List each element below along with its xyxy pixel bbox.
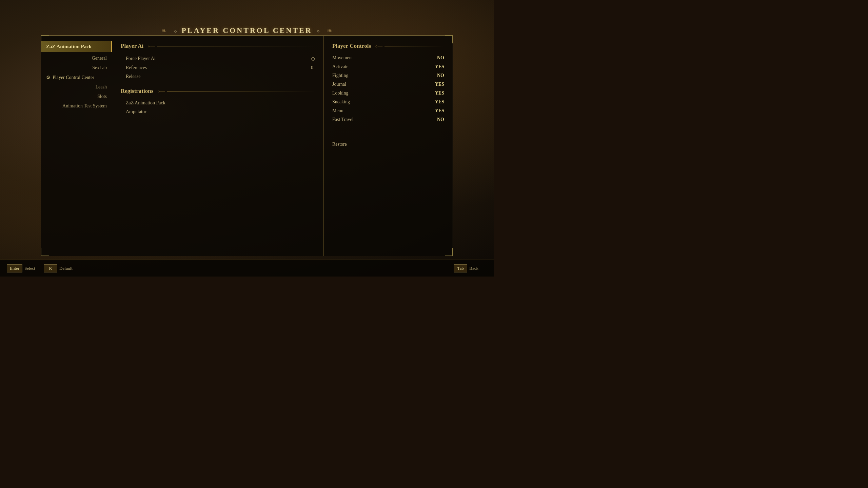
title-bar: ❧ ⬦ PLAYER CONTROL CENTER ⬦ ❧: [41, 20, 453, 41]
restore-item[interactable]: Restore: [332, 138, 444, 149]
sneaking-row[interactable]: Sneaking YES: [332, 98, 444, 106]
section-separator-2: [332, 124, 444, 131]
r-hint: R Default: [44, 264, 73, 272]
player-ai-line: [157, 46, 315, 46]
sidebar-active-item[interactable]: ZaZ Animation Pack: [41, 41, 112, 52]
fast-travel-value: NO: [437, 117, 444, 122]
force-player-ai-item[interactable]: Force Player Ai ◇: [121, 54, 315, 63]
registrations-line: [167, 91, 315, 92]
corner-tl: [41, 35, 49, 43]
menu-row[interactable]: Menu YES: [332, 106, 444, 115]
fighting-row[interactable]: Fighting NO: [332, 71, 444, 80]
references-value: 0: [311, 65, 313, 70]
tab-key: Tab: [454, 264, 467, 272]
sidebar: ZaZ Animation Pack General SexLab ⚙ Play…: [41, 36, 112, 256]
select-label: Select: [24, 266, 35, 271]
zaz-label: ZaZ Animation Pack: [126, 100, 165, 106]
sidebar-item-pcc[interactable]: ⚙ Player Control Center: [41, 73, 112, 82]
dialog-container: ❧ ⬦ PLAYER CONTROL CENTER ⬦ ❧ ZaZ Animat…: [41, 20, 453, 256]
title-ornament-right: ⬦: [316, 27, 320, 34]
enter-hint: Enter Select: [7, 264, 35, 272]
fast-travel-row[interactable]: Fast Travel NO: [332, 115, 444, 124]
r-key: R: [44, 264, 57, 272]
journal-value: YES: [435, 82, 444, 87]
looking-label: Looking: [332, 90, 348, 96]
diamond-icon: ◇: [311, 55, 315, 62]
player-controls-line: [384, 46, 444, 46]
player-controls-title: Player Controls: [332, 43, 371, 49]
gear-icon: ⚙: [46, 75, 51, 80]
player-ai-title: Player Ai: [121, 43, 143, 49]
section-separator-1: [121, 81, 315, 88]
journal-row[interactable]: Journal YES: [332, 80, 444, 89]
sidebar-item-sexlab[interactable]: SexLab: [41, 63, 112, 73]
back-label: Back: [469, 266, 478, 271]
amputator-label: Amputator: [126, 109, 146, 115]
fighting-label: Fighting: [332, 73, 348, 78]
release-label: Release: [126, 74, 141, 79]
menu-label: Menu: [332, 108, 343, 114]
sidebar-item-general[interactable]: General: [41, 54, 112, 63]
main-panel: ZaZ Animation Pack General SexLab ⚙ Play…: [41, 36, 453, 256]
corner-bl: [41, 248, 49, 256]
player-controls-header: Player Controls ⬦—: [332, 43, 444, 49]
center-panel: Player Ai ⬦— Force Player Ai ◇ Reference…: [112, 36, 324, 256]
title-ornament-left: ⬦: [174, 27, 177, 34]
looking-value: YES: [435, 90, 444, 96]
tab-hint: Tab Back: [454, 264, 478, 272]
registrations-header: Registrations ⬦—: [121, 88, 315, 95]
registrations-title: Registrations: [121, 88, 153, 95]
player-ai-header: Player Ai ⬦—: [121, 43, 315, 49]
fighting-value: NO: [437, 73, 444, 78]
default-label: Default: [59, 266, 73, 271]
references-label: References: [126, 65, 147, 70]
section-separator-3: [332, 131, 444, 138]
amputator-item[interactable]: Amputator: [121, 107, 315, 116]
corner-br: [445, 248, 453, 256]
movement-value: NO: [437, 55, 444, 61]
activate-value: YES: [435, 64, 444, 69]
references-item[interactable]: References 0: [121, 63, 315, 72]
title-bracket-right: ❧: [327, 26, 333, 35]
zaz-animation-pack-item[interactable]: ZaZ Animation Pack: [121, 99, 315, 107]
movement-row[interactable]: Movement NO: [332, 54, 444, 62]
registrations-ornament: ⬦—: [157, 88, 165, 94]
sidebar-item-slots[interactable]: Slots: [41, 92, 112, 101]
journal-label: Journal: [332, 82, 346, 87]
looking-row[interactable]: Looking YES: [332, 89, 444, 98]
corner-tr: [445, 35, 453, 43]
sneaking-value: YES: [435, 99, 444, 105]
page-title: PLAYER CONTROL CENTER: [181, 26, 312, 35]
player-controls-ornament: ⬦—: [375, 43, 382, 49]
menu-value: YES: [435, 108, 444, 114]
sidebar-item-animation-test[interactable]: Animation Test System: [41, 101, 112, 111]
release-item[interactable]: Release: [121, 72, 315, 81]
right-panel: Player Controls ⬦— Movement NO Activate …: [324, 36, 453, 256]
activate-label: Activate: [332, 64, 348, 69]
movement-label: Movement: [332, 55, 353, 61]
sneaking-label: Sneaking: [332, 99, 350, 105]
activate-row[interactable]: Activate YES: [332, 62, 444, 71]
title-bracket-left: ❧: [161, 26, 167, 35]
fast-travel-label: Fast Travel: [332, 117, 354, 122]
sidebar-item-pcc-label: Player Control Center: [53, 75, 94, 80]
player-ai-ornament: ⬦—: [147, 43, 155, 49]
bottom-bar: Enter Select R Default Tab Back: [0, 260, 494, 277]
sidebar-item-leash[interactable]: Leash: [41, 82, 112, 92]
enter-key: Enter: [7, 264, 22, 272]
force-player-ai-label: Force Player Ai: [126, 56, 156, 61]
